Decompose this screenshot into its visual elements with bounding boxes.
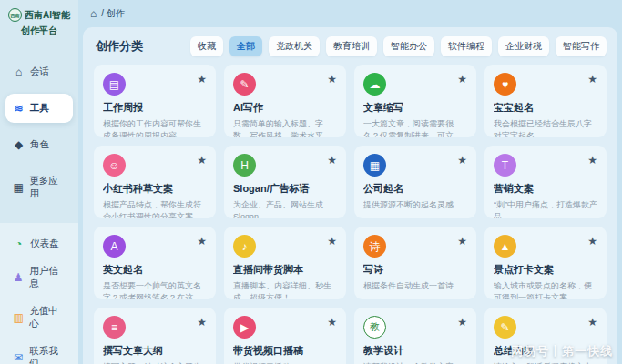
attraction-checkin-icon: ▲	[494, 235, 516, 258]
card-attraction-checkin-copy[interactable]: ▲ ★ 景点打卡文案 输入城市或景点的名称，便可得到一篇打卡文案	[484, 227, 607, 299]
sidebar-item-more-apps[interactable]: ▦ 更多应用	[5, 167, 73, 208]
sidebar-item-contact-us[interactable]: ✉ 联系我们	[5, 338, 73, 364]
card-marketing-copy[interactable]: T ★ 营销文案 “刺”中用户痛点，打造爆款产品。	[484, 146, 607, 218]
card-english-naming[interactable]: A ★ 英文起名 是否想要一个帅气的英文名字？或者网络笔名？在这里来试一试吧	[94, 227, 216, 299]
card-desc: 根据条件自动生成一首诗	[363, 280, 467, 292]
favorite-star-icon[interactable]: ★	[587, 154, 597, 167]
sidebar-secondary-nav: ◔ 仪表盘 ♟ 用户信息 ▥ 充值中心 ✉ 联系我们 ➔ 退出 系统版本：3.1…	[0, 223, 78, 364]
marketing-copy-icon: T	[494, 154, 516, 177]
card-teaching-design[interactable]: 教 ★ 教学设计 请帮我设计一个教学方案，课程名称是xx，要求有学生互动环节	[354, 308, 476, 364]
logo-title: 西南AI智能	[25, 9, 70, 22]
teaching-design-icon: 教	[363, 316, 386, 339]
sidebar-item-dashboard[interactable]: ◔ 仪表盘	[5, 230, 73, 258]
watermark: 网易号丨第一快线	[511, 343, 613, 359]
card-company-naming[interactable]: ▦ ★ 公司起名 提供源源不断的起名灵感	[354, 146, 476, 218]
page-title: 创作分类	[94, 38, 143, 55]
card-title: 工作周报	[103, 101, 207, 115]
tab-smart-writing[interactable]: 智能写作	[556, 36, 607, 56]
card-ai-writing[interactable]: ✎ ★ AI写作 只需简单的输入标题、字数、写作风格、学术水平等，就可以生成一篇…	[224, 65, 346, 137]
favorite-star-icon[interactable]: ★	[197, 235, 207, 248]
card-title: AI写作	[233, 101, 337, 115]
sidebar-item-label: 工具	[30, 102, 49, 115]
favorite-star-icon[interactable]: ★	[197, 154, 207, 167]
tab-software-programming[interactable]: 软件编程	[441, 36, 492, 56]
sidebar-item-chat[interactable]: ⌂ 会话	[5, 57, 73, 86]
sidebar-item-recharge-center[interactable]: ▥ 充值中心	[5, 298, 73, 338]
card-desc: 我会根据已经结合生辰八字对宝宝起名。	[494, 118, 597, 137]
card-desc: 为企业、产品、网站生成Slogan	[233, 199, 337, 218]
card-slogan[interactable]: H ★ Slogan/广告标语 为企业、产品、网站生成Slogan	[224, 146, 346, 218]
sidebar-item-user-info[interactable]: ♟ 用户信息	[5, 258, 73, 298]
article-abbreviation-icon: ☁	[363, 73, 386, 96]
logo-emblem-icon: 西南	[8, 8, 22, 22]
card-article-abbreviation[interactable]: ☁ ★ 文章缩写 一大篇文章，阅读需要很久？仅需复制进来，可立马帮你解读出来。	[354, 65, 476, 137]
card-desc: 一大篇文章，阅读需要很久？仅需复制进来，可立马帮你解读出来。	[363, 118, 467, 137]
wallet-icon: ▥	[13, 311, 24, 324]
breadcrumb-path: / 创作	[101, 7, 125, 20]
favorite-star-icon[interactable]: ★	[327, 154, 337, 167]
card-poem-writing[interactable]: 诗 ★ 写诗 根据条件自动生成一首诗	[354, 227, 476, 299]
card-title: 写诗	[363, 263, 467, 277]
card-desc: 提供源源不断的起名灵感	[363, 199, 467, 211]
sidebar-item-label: 会话	[30, 66, 49, 78]
tab-government[interactable]: 党政机关	[269, 36, 320, 56]
card-desc: 是否想要一个帅气的英文名字？或者网络笔名？在这里来试一试吧	[103, 280, 207, 299]
card-xiaohongshu-copy[interactable]: ☺ ★ 小红书种草文案 根据产品特点，帮你生成符合小红书调性的分享文案（文字更简…	[94, 146, 216, 218]
weekly-report-icon: ▤	[103, 73, 126, 96]
content-area: ⌂ / 创作 创作分类 收藏 全部 党政机关 教育培训 智能办公 软件编程 企业…	[78, 0, 622, 364]
tab-all[interactable]: 全部	[229, 36, 262, 56]
card-desc: 只需简单的输入标题、字数、写作风格、学术水平等，就可以生成一篇高...	[233, 118, 337, 137]
ai-writing-icon: ✎	[233, 73, 256, 96]
card-title: Slogan/广告标语	[233, 182, 337, 196]
favorite-star-icon[interactable]: ★	[457, 154, 467, 167]
tab-smart-office[interactable]: 智能办公	[383, 36, 434, 56]
sidebar-item-label: 更多应用	[29, 175, 66, 200]
favorite-star-icon[interactable]: ★	[587, 316, 597, 329]
app-logo: 西南 西南AI智能 创作平台	[0, 0, 78, 37]
tool-card-grid: ▤ ★ 工作周报 根据你的工作内容可帮你生成条理性的周报内容 ✎ ★ AI写作 …	[94, 65, 607, 364]
card-livestream-script[interactable]: ♪ ★ 直播间带货脚本 直播脚本、内容详细、秒生成、超级方便！	[224, 227, 346, 299]
user-icon: ♟	[13, 271, 24, 284]
card-baby-naming[interactable]: ♥ ★ 宝宝起名 我会根据已经结合生辰八字对宝宝起名。	[484, 65, 607, 137]
card-weekly-report[interactable]: ▤ ★ 工作周报 根据你的工作内容可帮你生成条理性的周报内容	[94, 65, 216, 137]
sidebar-main-nav: ⌂ 会话 ≋ 工具 ◆ 角色 ▦ 更多应用	[0, 57, 78, 208]
breadcrumb-home-icon[interactable]: ⌂	[90, 7, 97, 20]
favorite-star-icon[interactable]: ★	[587, 235, 597, 248]
company-naming-icon: ▦	[363, 154, 386, 177]
sidebar-item-tools[interactable]: ≋ 工具	[5, 94, 73, 123]
favorite-star-icon[interactable]: ★	[327, 316, 337, 329]
card-title: 教学设计	[363, 344, 467, 358]
sidebar-item-label: 仪表盘	[30, 238, 59, 250]
card-title: 宝宝起名	[494, 101, 597, 115]
slogan-icon: H	[233, 154, 256, 177]
summary-content-icon: ✎	[494, 316, 516, 339]
sidebar-item-label: 角色	[30, 138, 49, 151]
favorite-star-icon[interactable]: ★	[457, 316, 467, 329]
creation-panel: 创作分类 收藏 全部 党政机关 教育培训 智能办公 软件编程 企业财税 智能写作…	[83, 27, 617, 364]
card-title: 文章缩写	[363, 101, 467, 115]
favorite-star-icon[interactable]: ★	[327, 235, 337, 248]
card-video-script[interactable]: ▶ ★ 带货视频口播稿 带货视频口播稿	[224, 308, 346, 364]
sidebar-item-roles[interactable]: ◆ 角色	[5, 130, 73, 159]
card-article-outline[interactable]: ≡ ★ 撰写文章大纲 填写主题，针对这个主题生成大纲	[94, 308, 216, 364]
sidebar-item-label: 联系我们	[29, 345, 66, 364]
logo-subtitle: 创作平台	[21, 25, 57, 37]
card-desc: “刺”中用户痛点，打造爆款产品。	[494, 199, 597, 218]
favorite-star-icon[interactable]: ★	[327, 73, 337, 86]
tab-favorites[interactable]: 收藏	[190, 36, 223, 56]
tools-icon: ≋	[13, 102, 25, 115]
card-desc: 根据产品特点，帮你生成符合小红书调性的分享文案（文字更简洁）	[103, 199, 207, 218]
favorite-star-icon[interactable]: ★	[457, 73, 467, 86]
panel-header: 创作分类 收藏 全部 党政机关 教育培训 智能办公 软件编程 企业财税 智能写作	[94, 36, 607, 56]
card-desc: 直播脚本、内容详细、秒生成、超级方便！	[233, 280, 337, 299]
favorite-star-icon[interactable]: ★	[197, 316, 207, 329]
dashboard-icon: ◔	[13, 238, 25, 250]
tab-enterprise-finance[interactable]: 企业财税	[498, 36, 549, 56]
tab-education[interactable]: 教育培训	[326, 36, 377, 56]
app-window: 西南 西南AI智能 创作平台 ⌂ 会话 ≋ 工具 ◆ 角色 ▦ 更多应用	[0, 0, 622, 364]
favorite-star-icon[interactable]: ★	[197, 73, 207, 86]
category-tabs: 收藏 全部 党政机关 教育培训 智能办公 软件编程 企业财税 智能写作	[190, 36, 607, 56]
favorite-star-icon[interactable]: ★	[457, 235, 467, 248]
favorite-star-icon[interactable]: ★	[587, 73, 597, 86]
card-title: 撰写文章大纲	[103, 344, 207, 358]
